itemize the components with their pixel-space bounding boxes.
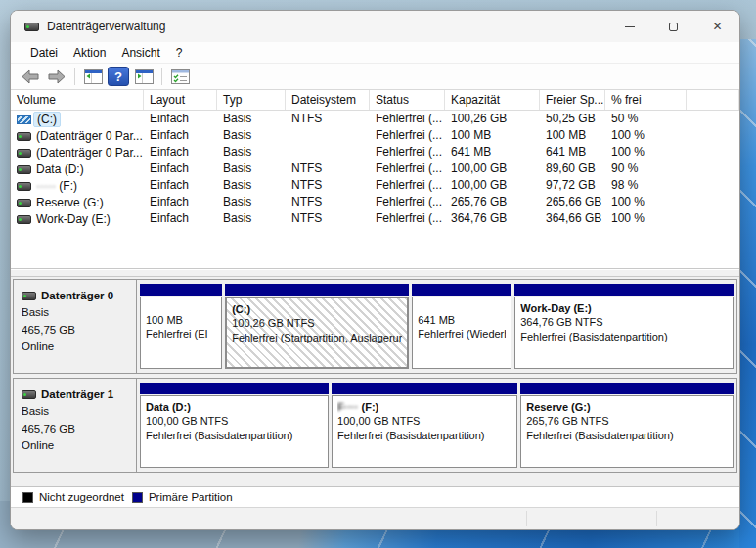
fs-cell [286,127,370,144]
app-icon [24,23,39,31]
redacted-partition-name: F···· [337,401,358,413]
volume-row-disk0-part2[interactable]: (Datenträger 0 Par... Einfach Basis Fehl… [11,144,739,160]
partition-size: 100,00 GB NTFS [146,414,323,428]
capacity-cell: 100 MB [445,127,540,144]
free-cell: 100 MB [540,127,605,144]
minimize-button[interactable] [607,11,651,42]
fs-cell: NTFS [286,194,370,210]
partition-f[interactable]: F···· (F:) 100,00 GB NTFS Fehlerfrei (Ba… [332,383,517,468]
partition-status: Fehlerfrei (EI [146,327,216,341]
volume-name-cell: (Datenträger 0 Par... [11,144,144,160]
fs-cell [286,144,370,160]
layout-cell: Einfach [144,210,217,227]
layout-cell: Einfach [144,177,217,194]
volume-name-cell: ····· (F:) [11,177,144,194]
primary-partition-bar [514,284,734,296]
status-bar [11,507,739,529]
fs-cell: NTFS [286,177,370,194]
fs-cell: NTFS [286,210,370,227]
partition-title: Data (D:) [146,400,323,414]
column-header-volume[interactable]: Volume [11,90,144,110]
volume-name-cell: Work-Day (E:) [11,210,144,227]
volume-list-pane: Volume Layout Typ Dateisystem Status Kap… [11,90,739,268]
disk-type: Basis [22,304,130,321]
menu-ansicht[interactable]: Ansicht [113,44,167,62]
column-header-kapazitaet[interactable]: Kapazität [445,90,540,110]
column-header-layout[interactable]: Layout [144,90,217,110]
volume-row-disk0-part1[interactable]: (Datenträger 0 Par... Einfach Basis Fehl… [11,127,739,144]
capacity-cell: 100,00 GB [445,160,540,177]
partition-status: Fehlerfrei (Basisdatenpartition) [526,429,728,442]
layout-cell: Einfach [144,144,217,160]
back-button[interactable] [19,66,42,87]
volume-row-workday-e[interactable]: Work-Day (E:) Einfach Basis NTFS Fehlerf… [11,210,739,227]
close-button[interactable]: ✕ [695,11,739,42]
menu-help[interactable]: ? [168,44,191,62]
help-button[interactable]: ? [108,67,129,86]
volume-name-cell: (Datenträger 0 Par... [11,127,144,144]
legend-unallocated-label: Nicht zugeordnet [39,491,124,503]
disk-0-label-panel[interactable]: Datenträger 0 Basis 465,75 GB Online [14,280,137,373]
capacity-cell: 100,26 GB [445,111,540,127]
close-icon: ✕ [712,21,722,32]
disk-size: 465,75 GB [22,322,130,339]
selected-volume-label: (C:) [33,112,61,127]
pct-free-cell: 98 % [605,177,687,194]
disk-1-label-panel[interactable]: Datenträger 1 Basis 465,76 GB Online [14,379,137,472]
pane-splitter[interactable] [11,268,739,277]
disk-icon [22,292,36,300]
toolbar-separator [74,68,75,85]
volume-row-reserve-g[interactable]: Reserve (G:) Einfach Basis NTFS Fehlerfr… [11,194,739,210]
disk-1-partitions: Data (D:) 100,00 GB NTFS Fehlerfrei (Bas… [137,379,736,472]
column-header-pct-frei[interactable]: % frei [605,90,687,110]
volume-name-cell: (C:) [11,111,144,127]
partition-size: 641 MB [418,313,506,327]
partition-reserve-g[interactable]: Reserve (G:) 265,76 GB NTFS Fehlerfrei (… [520,383,734,468]
primary-partition-color-swatch [132,492,143,503]
primary-partition-bar [412,284,511,296]
volume-row-f[interactable]: ····· (F:) Einfach Basis NTFS Fehlerfrei… [11,177,739,194]
volume-name-cell: Reserve (G:) [11,194,144,210]
type-cell: Basis [217,160,286,177]
pct-free-cell: 100 % [605,127,687,144]
type-cell: Basis [217,111,286,127]
volume-icon [17,182,31,191]
free-cell: 641 MB [540,144,605,160]
partition-workday-e[interactable]: Work-Day (E:) 364,76 GB NTFS Fehlerfrei … [514,284,734,369]
disk-0-row: Datenträger 0 Basis 465,75 GB Online 100… [13,279,737,374]
free-cell: 89,60 GB [540,160,605,177]
disk-status: Online [22,437,130,454]
capacity-cell: 265,76 GB [445,194,540,210]
status-cell: Fehlerfrei (... [370,177,445,194]
show-action-pane-button[interactable] [132,66,156,87]
column-header-dateisystem[interactable]: Dateisystem [286,90,370,110]
partition-data-d[interactable]: Data (D:) 100,00 GB NTFS Fehlerfrei (Bas… [140,383,329,468]
legend-bar: Nicht zugeordnet Primäre Partition [11,486,739,507]
legend-primary-label: Primäre Partition [149,491,233,503]
partition-recovery[interactable]: 641 MB Fehlerfrei (Wiederh [412,284,511,369]
partition-title: (C:) [232,302,402,316]
volume-icon [17,149,31,158]
customize-view-button[interactable] [168,66,192,87]
volume-row-data-d[interactable]: Data (D:) Einfach Basis NTFS Fehlerfrei … [11,160,739,177]
primary-partition-bar [140,383,329,394]
forward-button[interactable] [45,66,68,87]
column-header-status[interactable]: Status [370,90,445,110]
show-console-tree-button[interactable] [81,66,105,87]
desktop-wallpaper: Datenträgerverwaltung ✕ Datei Aktion Ans… [0,0,756,548]
partition-c[interactable]: (C:) 100,26 GB NTFS Fehlerfrei (Startpar… [225,284,409,369]
partition-efi[interactable]: 100 MB Fehlerfrei (EI [140,284,222,369]
column-header-typ[interactable]: Typ [217,90,286,110]
menu-aktion[interactable]: Aktion [66,44,113,62]
title-bar[interactable]: Datenträgerverwaltung ✕ [11,11,739,42]
fs-cell: NTFS [286,160,370,177]
column-header-freier-sp[interactable]: Freier Sp... [540,90,605,110]
maximize-icon [669,23,678,31]
status-bar-separator [526,511,527,526]
free-cell: 364,66 GB [540,210,605,227]
capacity-cell: 100,00 GB [445,177,540,194]
volume-row-c[interactable]: (C:) Einfach Basis NTFS Fehlerfrei (... … [11,111,739,127]
partition-status: Fehlerfrei (Basisdatenpartition) [520,330,728,343]
maximize-button[interactable] [651,11,695,42]
menu-datei[interactable]: Datei [22,44,66,62]
